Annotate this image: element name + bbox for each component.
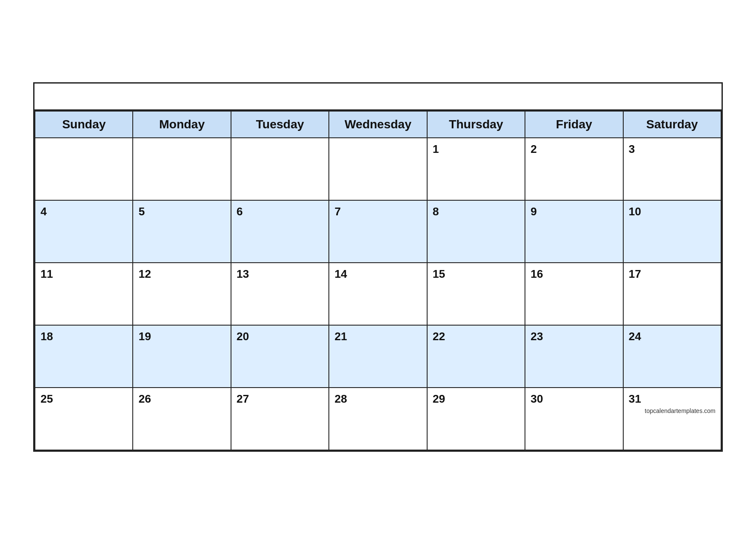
calendar-cell: 11: [35, 263, 133, 325]
calendar-cell: 16: [525, 263, 623, 325]
calendar-cell: 9: [525, 200, 623, 263]
calendar-cell: 21: [329, 325, 427, 388]
calendar-cell: 31topcalendartemplates.com: [623, 388, 721, 450]
day-number: 2: [531, 143, 617, 156]
calendar-container: SundayMondayTuesdayWednesdayThursdayFrid…: [33, 82, 723, 452]
calendar-cell: 4: [35, 200, 133, 263]
week-row-4: 18192021222324: [35, 325, 721, 388]
week-row-5: 25262728293031topcalendartemplates.com: [35, 388, 721, 450]
day-header-monday: Monday: [133, 111, 231, 138]
day-header-sunday: Sunday: [35, 111, 133, 138]
day-number: 28: [334, 392, 421, 406]
day-number: 7: [334, 205, 421, 218]
day-number: 9: [531, 205, 617, 218]
calendar-cell: 13: [231, 263, 329, 325]
day-number: 16: [531, 267, 617, 281]
day-number: 29: [433, 392, 519, 406]
calendar-cell: 22: [427, 325, 525, 388]
day-number: 23: [531, 330, 617, 343]
day-number: 5: [138, 205, 225, 218]
calendar-cell: 18: [35, 325, 133, 388]
day-number: 30: [531, 392, 617, 406]
week-row-3: 11121314151617: [35, 263, 721, 325]
calendar-cell: 20: [231, 325, 329, 388]
calendar-cell: 6: [231, 200, 329, 263]
calendar-cell: [231, 138, 329, 200]
day-number: 18: [41, 330, 127, 343]
day-number: 25: [41, 392, 127, 406]
calendar-cell: 7: [329, 200, 427, 263]
calendar-cell: [329, 138, 427, 200]
calendar-cell: 15: [427, 263, 525, 325]
week-row-1: 123: [35, 138, 721, 200]
day-number: 11: [41, 267, 127, 281]
calendar-cell: 17: [623, 263, 721, 325]
day-header-row: SundayMondayTuesdayWednesdayThursdayFrid…: [35, 111, 721, 138]
day-number: 14: [334, 267, 421, 281]
day-number: 31: [629, 392, 715, 406]
day-number: 27: [237, 392, 323, 406]
week-row-2: 45678910: [35, 200, 721, 263]
day-number: 3: [629, 143, 715, 156]
calendar-cell: 14: [329, 263, 427, 325]
calendar-cell: 5: [133, 200, 231, 263]
day-number: 22: [433, 330, 519, 343]
day-header-tuesday: Tuesday: [231, 111, 329, 138]
day-number: 4: [41, 205, 127, 218]
calendar-cell: 30: [525, 388, 623, 450]
day-number: 24: [629, 330, 715, 343]
day-header-thursday: Thursday: [427, 111, 525, 138]
calendar-cell: 2: [525, 138, 623, 200]
day-number: 26: [138, 392, 225, 406]
day-number: 12: [138, 267, 225, 281]
calendar-cell: 26: [133, 388, 231, 450]
calendar-cell: 10: [623, 200, 721, 263]
day-number: 1: [433, 143, 519, 156]
calendar-cell: 27: [231, 388, 329, 450]
day-header-saturday: Saturday: [623, 111, 721, 138]
calendar-cell: 28: [329, 388, 427, 450]
day-number: 17: [629, 267, 715, 281]
day-number: 15: [433, 267, 519, 281]
calendar-cell: 29: [427, 388, 525, 450]
calendar-cell: 1: [427, 138, 525, 200]
day-number: 13: [237, 267, 323, 281]
calendar-grid: SundayMondayTuesdayWednesdayThursdayFrid…: [34, 111, 722, 450]
calendar-cell: [133, 138, 231, 200]
calendar-title: [34, 84, 722, 111]
calendar-cell: 25: [35, 388, 133, 450]
day-number: 8: [433, 205, 519, 218]
watermark-text: topcalendartemplates.com: [629, 406, 715, 414]
calendar-cell: 24: [623, 325, 721, 388]
day-number: 20: [237, 330, 323, 343]
day-number: 10: [629, 205, 715, 218]
day-header-friday: Friday: [525, 111, 623, 138]
calendar-cell: 23: [525, 325, 623, 388]
calendar-cell: 3: [623, 138, 721, 200]
day-number: 19: [138, 330, 225, 343]
calendar-cell: 19: [133, 325, 231, 388]
calendar-cell: [35, 138, 133, 200]
day-number: 6: [237, 205, 323, 218]
calendar-cell: 8: [427, 200, 525, 263]
day-header-wednesday: Wednesday: [329, 111, 427, 138]
calendar-cell: 12: [133, 263, 231, 325]
day-number: 21: [334, 330, 421, 343]
